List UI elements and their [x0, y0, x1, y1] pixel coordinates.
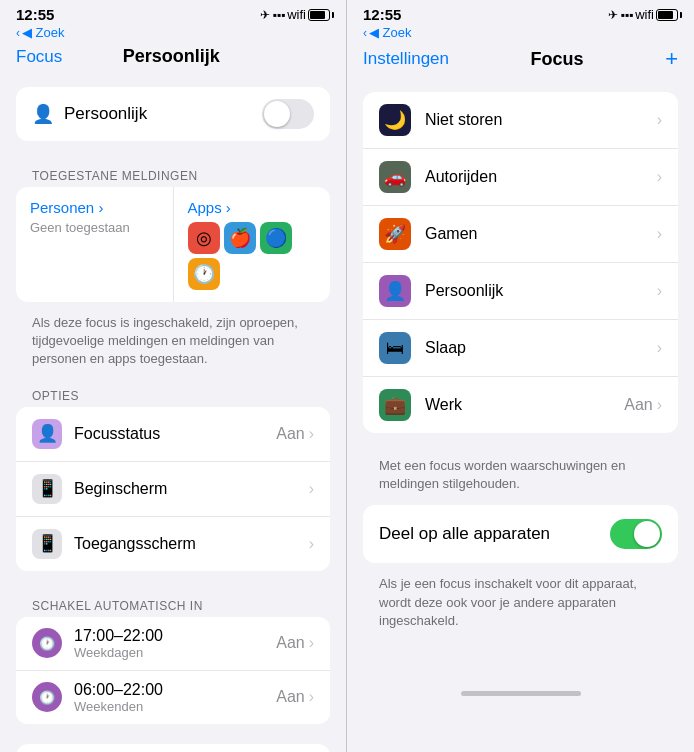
sched-val-2: Aan	[276, 688, 304, 706]
allowed-info-text: Als deze focus is ingeschakeld, zijn opr…	[0, 310, 346, 381]
status-bar-right: 12:55 ✈ ▪▪▪ wifi	[347, 0, 694, 25]
gamen-chevron: ›	[657, 225, 662, 243]
autorijden-chevron: ›	[657, 168, 662, 186]
persoonlijk-label: Persoonlijk	[64, 104, 262, 124]
niet-storen-icon: 🌙	[379, 104, 411, 136]
deel-label: Deel op alle apparaten	[379, 524, 610, 544]
slaap-chevron: ›	[657, 339, 662, 357]
home-indicator	[347, 682, 694, 702]
personen-title: Personen ›	[30, 199, 159, 216]
beginscherm-icon: 📱	[32, 474, 62, 504]
wifi-icon-left: wifi	[287, 7, 306, 22]
sched-text-2: 06:00–22:00 Weekenden	[74, 681, 276, 714]
schedule-row-2[interactable]: 🕐 06:00–22:00 Weekenden Aan ›	[16, 671, 330, 724]
toegangsscherm-row[interactable]: 📱 Toegangsscherm ›	[16, 517, 330, 571]
focus-info-text: Met een focus worden waarschuwingen en m…	[347, 453, 694, 505]
nav-back-left[interactable]: Focus	[16, 47, 62, 67]
persoonlijk-focus-label: Persoonlijk	[425, 282, 657, 300]
location-icon-left: ✈	[260, 8, 270, 22]
focus-niet-storen[interactable]: 🌙 Niet storen ›	[363, 92, 678, 149]
persoonlijk-toggle-row[interactable]: 👤 Persoonlijk	[16, 87, 330, 141]
gamen-label: Gamen	[425, 225, 657, 243]
content-left: 👤 Persoonlijk TOEGESTANE MELDINGEN Perso…	[0, 75, 346, 752]
back-chevron-right: ‹	[363, 26, 367, 40]
beginscherm-row[interactable]: 📱 Beginscherm ›	[16, 462, 330, 517]
wifi-icon-right: wifi	[635, 7, 654, 22]
slaap-label: Slaap	[425, 339, 657, 357]
slaap-icon: 🛏	[379, 332, 411, 364]
signal-icon-left: ▪▪▪	[272, 8, 285, 22]
app-icon-1: ◎	[188, 222, 220, 254]
focus-slaap[interactable]: 🛏 Slaap ›	[363, 320, 678, 377]
back-nav-right[interactable]: ‹ ◀ Zoek	[347, 25, 694, 42]
persoonlijk-focus-icon: 👤	[379, 275, 411, 307]
time-right: 12:55	[363, 6, 401, 23]
add-automation-row[interactable]: + Voeg schema of automatisering toe	[16, 744, 330, 752]
focus-persoonlijk[interactable]: 👤 Persoonlijk ›	[363, 263, 678, 320]
sched-chevron-2: ›	[309, 688, 314, 706]
app-icon-3: 🔵	[260, 222, 292, 254]
back-label-left: ◀ Zoek	[22, 25, 65, 40]
werk-chevron: ›	[657, 396, 662, 414]
persoonlijk-toggle[interactable]	[262, 99, 314, 129]
battery-left	[308, 9, 330, 21]
gamen-icon: 🚀	[379, 218, 411, 250]
back-nav-left[interactable]: ‹ ◀ Zoek	[0, 25, 346, 42]
nav-add-button[interactable]: +	[665, 46, 678, 72]
battery-right	[656, 9, 678, 21]
back-chevron-left: ‹	[16, 26, 20, 40]
allowed-personen-col[interactable]: Personen › Geen toegestaan	[16, 187, 174, 302]
signal-icon-right: ▪▪▪	[620, 8, 633, 22]
toegangsscherm-label: Toegangsscherm	[74, 535, 309, 553]
focus-list-card: 🌙 Niet storen › 🚗 Autorijden › 🚀 Gamen ›…	[363, 92, 678, 433]
status-bar-left: 12:55 ✈ ▪▪▪ wifi	[0, 0, 346, 25]
focusstatus-chevron: ›	[309, 425, 314, 443]
schedule-row-1[interactable]: 🕐 17:00–22:00 Weekdagen Aan ›	[16, 617, 330, 671]
content-right: 🌙 Niet storen › 🚗 Autorijden › 🚀 Gamen ›…	[347, 80, 694, 752]
niet-storen-chevron: ›	[657, 111, 662, 129]
beginscherm-chevron: ›	[309, 480, 314, 498]
home-bar	[461, 691, 581, 696]
time-left: 12:55	[16, 6, 54, 23]
focusstatus-icon: 👤	[32, 419, 62, 449]
nav-header-right: Instellingen Focus +	[347, 42, 694, 80]
location-icon-right: ✈	[608, 8, 618, 22]
autorijden-icon: 🚗	[379, 161, 411, 193]
focus-werk[interactable]: 💼 Werk Aan ›	[363, 377, 678, 433]
focus-gamen[interactable]: 🚀 Gamen ›	[363, 206, 678, 263]
screen-right: 12:55 ✈ ▪▪▪ wifi ‹ ◀ Zoek Instellingen F…	[347, 0, 694, 752]
niet-storen-label: Niet storen	[425, 111, 657, 129]
sched-time-1: 17:00–22:00	[74, 627, 276, 645]
werk-label: Werk	[425, 396, 624, 414]
sched-days-2: Weekenden	[74, 699, 276, 714]
nav-instellingen[interactable]: Instellingen	[363, 49, 449, 69]
focusstatus-label: Focusstatus	[74, 425, 276, 443]
persoonlijk-focus-chevron: ›	[657, 282, 662, 300]
sched-days-1: Weekdagen	[74, 645, 276, 660]
focus-autorijden[interactable]: 🚗 Autorijden ›	[363, 149, 678, 206]
app-icon-2: 🍎	[224, 222, 256, 254]
nav-header-left: Focus Persoonlijk	[0, 42, 346, 75]
opties-section-label: OPTIES	[0, 381, 346, 407]
schakel-section-label: SCHAKEL AUTOMATISCH IN	[0, 591, 346, 617]
deel-card: Deel op alle apparaten	[363, 505, 678, 563]
apps-title: Apps ›	[188, 199, 317, 216]
nav-title-left: Persoonlijk	[123, 46, 220, 67]
deel-info-text: Als je een focus inschakelt voor dit app…	[347, 571, 694, 642]
autorijden-label: Autorijden	[425, 168, 657, 186]
sched-text-1: 17:00–22:00 Weekdagen	[74, 627, 276, 660]
deel-toggle[interactable]	[610, 519, 662, 549]
sched-icon-2: 🕐	[32, 682, 62, 712]
focusstatus-row[interactable]: 👤 Focusstatus Aan ›	[16, 407, 330, 462]
allowed-apps-col[interactable]: Apps › ◎ 🍎 🔵 🕐	[174, 187, 331, 302]
deel-row[interactable]: Deel op alle apparaten	[363, 505, 678, 563]
personen-sub: Geen toegestaan	[30, 220, 159, 235]
sched-icon-1: 🕐	[32, 628, 62, 658]
toegangsscherm-icon: 📱	[32, 529, 62, 559]
allowed-grid: Personen › Geen toegestaan Apps › ◎ 🍎 🔵 …	[16, 187, 330, 302]
schedule-card: 🕐 17:00–22:00 Weekdagen Aan › 🕐 06:00–22…	[16, 617, 330, 724]
screen-left: 12:55 ✈ ▪▪▪ wifi ‹ ◀ Zoek Focus Persoonl…	[0, 0, 347, 752]
back-label-right: ◀ Zoek	[369, 25, 412, 40]
sched-val-1: Aan	[276, 634, 304, 652]
options-card: 👤 Focusstatus Aan › 📱 Beginscherm › 📱 To…	[16, 407, 330, 571]
